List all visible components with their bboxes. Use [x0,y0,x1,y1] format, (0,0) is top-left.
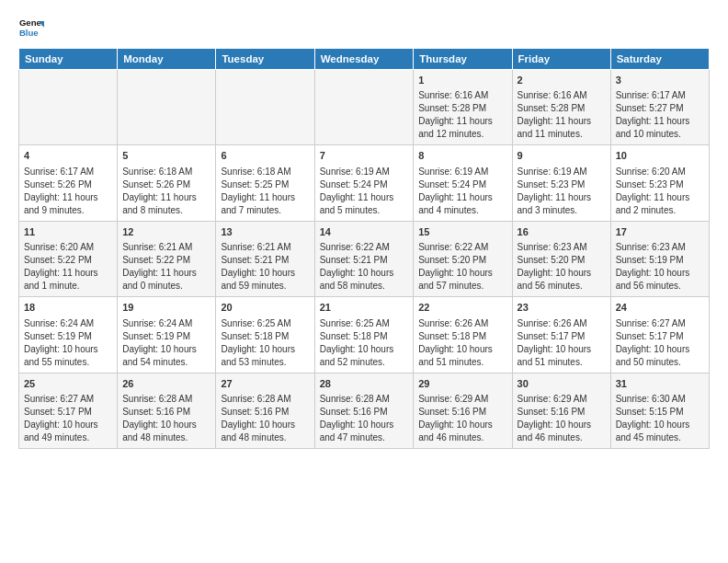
cell-info: Daylight: 10 hours and 47 minutes. [320,419,409,444]
cell-info: Sunrise: 6:28 AM [320,393,409,406]
header-thursday: Thursday [414,49,512,70]
cell-info: Sunrise: 6:22 AM [320,241,409,254]
day-number: 14 [320,225,409,239]
day-number: 15 [418,225,506,239]
calendar-cell: 23Sunrise: 6:26 AMSunset: 5:17 PMDayligh… [512,297,610,373]
calendar-cell: 31Sunrise: 6:30 AMSunset: 5:15 PMDayligh… [610,373,709,448]
cell-info: Daylight: 10 hours and 46 minutes. [518,419,606,444]
calendar-cell: 5Sunrise: 6:18 AMSunset: 5:26 PMDaylight… [118,145,216,221]
cell-info: Sunrise: 6:23 AM [616,241,704,254]
cell-info: Sunrise: 6:19 AM [320,166,409,178]
day-number: 30 [518,377,606,391]
calendar-table: SundayMondayTuesdayWednesdayThursdayFrid… [18,48,710,449]
day-number: 17 [616,225,704,239]
calendar-cell: 18Sunrise: 6:24 AMSunset: 5:19 PMDayligh… [19,297,118,373]
cell-info: Sunset: 5:28 PM [418,102,506,115]
cell-info: Sunset: 5:18 PM [418,330,506,343]
page-header: General Blue [18,15,710,40]
calendar-cell: 24Sunrise: 6:27 AMSunset: 5:17 PMDayligh… [610,297,709,373]
cell-info: Sunset: 5:23 PM [518,178,606,191]
cell-info: Daylight: 10 hours and 54 minutes. [122,343,210,369]
cell-info: Sunrise: 6:26 AM [418,317,506,330]
calendar-cell: 28Sunrise: 6:28 AMSunset: 5:16 PMDayligh… [314,373,414,448]
day-number: 6 [221,149,309,163]
calendar-cell: 7Sunrise: 6:19 AMSunset: 5:24 PMDaylight… [314,145,414,221]
cell-info: Sunset: 5:19 PM [122,330,210,343]
cell-info: Daylight: 10 hours and 45 minutes. [616,419,704,444]
cell-info: Sunrise: 6:20 AM [24,241,112,254]
cell-info: Daylight: 10 hours and 59 minutes. [221,267,309,293]
cell-info: Sunset: 5:16 PM [320,406,409,419]
calendar-cell: 2Sunrise: 6:16 AMSunset: 5:28 PMDaylight… [512,70,610,145]
cell-info: Sunset: 5:24 PM [320,178,409,191]
header-monday: Monday [118,49,216,70]
header-saturday: Saturday [610,49,709,70]
cell-info: Daylight: 10 hours and 46 minutes. [418,419,506,444]
cell-info: Daylight: 11 hours and 11 minutes. [518,115,606,141]
day-number: 11 [24,225,112,239]
cell-info: Daylight: 10 hours and 49 minutes. [24,419,112,444]
header-tuesday: Tuesday [216,49,314,70]
day-number: 5 [122,149,210,163]
calendar-week-5: 25Sunrise: 6:27 AMSunset: 5:17 PMDayligh… [19,373,710,448]
calendar-week-3: 11Sunrise: 6:20 AMSunset: 5:22 PMDayligh… [19,221,710,296]
day-number: 19 [122,301,210,315]
calendar-cell: 30Sunrise: 6:29 AMSunset: 5:16 PMDayligh… [512,373,610,448]
cell-info: Daylight: 10 hours and 48 minutes. [122,419,210,444]
day-number: 29 [418,377,506,391]
calendar-cell: 13Sunrise: 6:21 AMSunset: 5:21 PMDayligh… [216,221,314,296]
cell-info: Daylight: 11 hours and 5 minutes. [320,191,409,217]
calendar-cell: 4Sunrise: 6:17 AMSunset: 5:26 PMDaylight… [19,145,118,221]
cell-info: Sunset: 5:20 PM [518,254,606,267]
cell-info: Sunrise: 6:18 AM [221,166,309,178]
cell-info: Daylight: 10 hours and 58 minutes. [320,267,409,293]
cell-info: Daylight: 11 hours and 10 minutes. [616,115,704,141]
cell-info: Sunset: 5:17 PM [24,406,112,419]
calendar-cell: 15Sunrise: 6:22 AMSunset: 5:20 PMDayligh… [414,221,512,296]
cell-info: Sunrise: 6:25 AM [221,317,309,330]
cell-info: Sunset: 5:21 PM [320,254,409,267]
cell-info: Daylight: 10 hours and 48 minutes. [221,419,309,444]
cell-info: Sunset: 5:22 PM [122,254,210,267]
cell-info: Daylight: 10 hours and 53 minutes. [221,343,309,369]
day-number: 8 [418,149,506,163]
cell-info: Daylight: 11 hours and 3 minutes. [518,191,606,217]
cell-info: Sunrise: 6:28 AM [122,393,210,406]
calendar-cell: 14Sunrise: 6:22 AMSunset: 5:21 PMDayligh… [314,221,414,296]
calendar-cell: 19Sunrise: 6:24 AMSunset: 5:19 PMDayligh… [118,297,216,373]
cell-info: Sunrise: 6:25 AM [320,317,409,330]
cell-info: Sunset: 5:18 PM [320,330,409,343]
cell-info: Sunset: 5:25 PM [221,178,309,191]
cell-info: Sunrise: 6:24 AM [122,317,210,330]
cell-info: Daylight: 10 hours and 50 minutes. [616,343,704,369]
cell-info: Sunrise: 6:17 AM [616,89,704,102]
cell-info: Sunset: 5:26 PM [24,178,112,191]
cell-info: Sunrise: 6:30 AM [616,393,704,406]
day-number: 12 [122,225,210,239]
calendar-cell: 17Sunrise: 6:23 AMSunset: 5:19 PMDayligh… [610,221,709,296]
calendar-cell: 6Sunrise: 6:18 AMSunset: 5:25 PMDaylight… [216,145,314,221]
svg-text:Blue: Blue [19,28,39,38]
cell-info: Daylight: 11 hours and 12 minutes. [418,115,506,141]
cell-info: Sunrise: 6:21 AM [221,241,309,254]
cell-info: Sunrise: 6:16 AM [518,89,606,102]
cell-info: Sunset: 5:28 PM [518,102,606,115]
cell-info: Sunset: 5:20 PM [418,254,506,267]
logo: General Blue [18,15,46,40]
cell-info: Sunrise: 6:18 AM [122,166,210,178]
calendar-cell: 21Sunrise: 6:25 AMSunset: 5:18 PMDayligh… [314,297,414,373]
calendar-week-4: 18Sunrise: 6:24 AMSunset: 5:19 PMDayligh… [19,297,710,373]
calendar-cell: 25Sunrise: 6:27 AMSunset: 5:17 PMDayligh… [19,373,118,448]
day-number: 24 [616,301,704,315]
day-number: 28 [320,377,409,391]
header-sunday: Sunday [19,49,118,70]
cell-info: Sunrise: 6:19 AM [418,166,506,178]
cell-info: Sunset: 5:24 PM [418,178,506,191]
cell-info: Sunset: 5:23 PM [616,178,704,191]
cell-info: Sunset: 5:27 PM [616,102,704,115]
day-number: 31 [616,377,704,391]
cell-info: Daylight: 11 hours and 1 minute. [24,267,112,293]
cell-info: Sunrise: 6:24 AM [24,317,112,330]
day-number: 1 [418,74,506,87]
cell-info: Sunrise: 6:29 AM [418,393,506,406]
